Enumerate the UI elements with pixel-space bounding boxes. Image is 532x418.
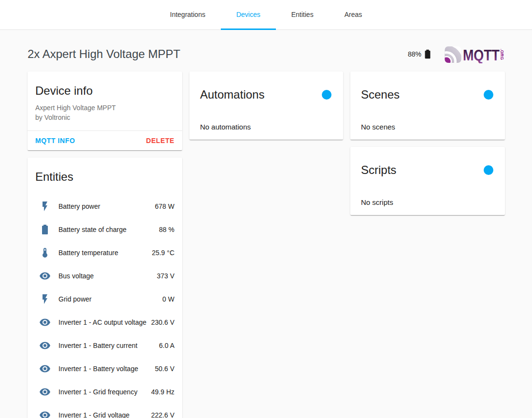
entity-row[interactable]: Battery state of charge 88 % [35,218,174,241]
eye-icon [39,409,51,418]
entity-row[interactable]: Inverter 1 - Battery voltage 50.6 V [35,357,174,380]
page-header: 2x Axpert High Voltage MPPT 88% [28,44,504,64]
battery-icon [39,224,51,235]
column-right: Scenes No scenes Scripts No scripts [350,72,505,215]
battery-icon [422,49,433,59]
automations-card: Automations No automations [189,72,343,140]
eye-icon [39,363,51,375]
entity-row[interactable]: Grid power 0 W [35,288,174,311]
device-info-title: Device info [35,83,174,99]
tab-areas[interactable]: Areas [329,0,378,30]
automations-empty-text: No automations [200,123,332,131]
device-info-card: Device info Axpert High Voltage MPPT by … [28,72,182,150]
device-battery-indicator: 88% [408,49,433,59]
thermometer-icon [39,247,51,259]
eye-icon [39,340,51,351]
flash-icon [39,293,51,305]
eye-icon [39,270,51,282]
add-automation-button[interactable] [321,89,332,101]
mqtt-info-button[interactable]: MQTT INFO [31,133,79,148]
delete-device-button[interactable]: DELETE [142,133,178,148]
entity-row[interactable]: Inverter 1 - Grid frequency 49.9 Hz [35,380,174,404]
entity-row[interactable]: Battery temperature 25.9 °C [35,241,174,264]
plus-circle-icon [483,89,494,101]
entities-card: Entities Battery power 678 W Battery sta… [28,158,182,418]
mqtt-org-logo[interactable]: MQTT .ORG [445,45,504,63]
device-manufacturer: by Voltronic [35,113,174,122]
scenes-empty-text: No scenes [361,123,494,131]
entity-row[interactable]: Inverter 1 - Battery current 6.0 A [35,334,174,357]
device-actions: MQTT INFO DELETE [28,130,182,150]
entity-row[interactable]: Battery power 678 W [35,195,174,218]
eye-icon [39,317,51,328]
device-model: Axpert High Voltage MPPT [35,103,174,113]
header-right: 88% [408,45,504,63]
scenes-title: Scenes [361,87,400,102]
entities-list: Battery power 678 W Battery state of cha… [35,195,174,418]
tab-devices[interactable]: Devices [221,0,276,30]
automations-title: Automations [200,87,264,102]
battery-percent-label: 88% [408,50,421,58]
plus-circle-icon [321,89,332,101]
entities-title: Entities [35,169,174,185]
scripts-card: Scripts No scripts [350,147,505,215]
scripts-empty-text: No scripts [361,198,494,206]
scripts-title: Scripts [361,162,396,178]
mqtt-logo-mark [445,45,462,63]
add-scene-button[interactable] [483,89,494,101]
tab-entities[interactable]: Entities [276,0,329,30]
mqtt-logo-org-text: .ORG [500,49,504,60]
entity-row[interactable]: Inverter 1 - Grid voltage 222.6 V [35,404,174,418]
entity-row[interactable]: Inverter 1 - AC output voltage 230.6 V [35,311,174,334]
column-middle: Automations No automations [189,72,343,140]
tab-integrations[interactable]: Integrations [155,0,221,30]
flash-icon [39,201,51,212]
entity-row[interactable]: Bus voltage 373 V [35,264,174,288]
top-tab-bar: Integrations Devices Entities Areas [0,0,532,30]
add-script-button[interactable] [483,164,494,176]
scenes-card: Scenes No scenes [350,72,505,140]
column-left: Device info Axpert High Voltage MPPT by … [28,72,182,418]
page-content: 2x Axpert High Voltage MPPT 88% [0,44,532,418]
card-grid: Device info Axpert High Voltage MPPT by … [28,72,504,418]
page-title: 2x Axpert High Voltage MPPT [28,47,180,61]
plus-circle-icon [483,164,494,176]
eye-icon [39,386,51,398]
mqtt-logo-text: MQTT [463,46,500,63]
